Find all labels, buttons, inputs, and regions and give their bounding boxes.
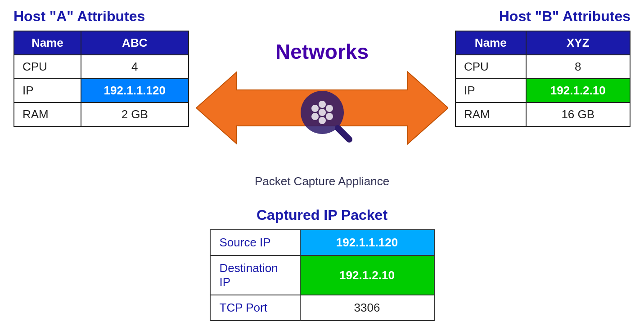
host-a-ip-value: 192.1.1.120 — [81, 79, 189, 103]
host-a-ram-label: RAM — [14, 103, 81, 126]
host-a-title: Host "A" Attributes — [14, 8, 145, 25]
host-b-ip-label: IP — [455, 79, 526, 103]
source-ip-value: 192.1.1.120 — [300, 230, 434, 255]
svg-point-2 — [319, 101, 326, 108]
table-row: RAM 2 GB — [14, 103, 189, 126]
destination-ip-label: Destination IP — [210, 255, 300, 295]
table-row: RAM 16 GB — [455, 103, 630, 126]
table-row: IP 192.1.1.120 — [14, 79, 189, 103]
host-b-header-name: Name — [455, 31, 526, 55]
host-a-header-name: Name — [14, 31, 81, 55]
table-row: CPU 4 — [14, 55, 189, 79]
table-row: IP 192.1.2.10 — [455, 79, 630, 103]
host-b-ram-value: 16 GB — [526, 103, 630, 126]
networks-label: Networks — [275, 40, 369, 64]
svg-point-3 — [311, 105, 319, 112]
table-row: Name XYZ — [455, 31, 630, 55]
host-a-cpu-value: 4 — [81, 55, 189, 79]
table-row: Name ABC — [14, 31, 189, 55]
tcp-port-value: 3306 — [300, 295, 434, 321]
svg-point-8 — [319, 117, 326, 124]
svg-point-7 — [326, 113, 333, 120]
table-row: TCP Port 3306 — [210, 295, 434, 321]
host-a-ram-value: 2 GB — [81, 103, 189, 126]
host-b-cpu-label: CPU — [455, 55, 526, 79]
host-b-header-value: XYZ — [526, 31, 630, 55]
host-b-ram-label: RAM — [455, 103, 526, 126]
captured-packet-title: Captured IP Packet — [257, 207, 387, 223]
host-a-cpu-label: CPU — [14, 55, 81, 79]
source-ip-label: Source IP — [210, 230, 300, 255]
host-a-table: Name ABC CPU 4 IP 192.1.1.120 RAM 2 GB — [14, 31, 189, 127]
destination-ip-value: 192.1.2.10 — [300, 255, 434, 295]
captured-packet-table: Source IP 192.1.1.120 Destination IP 192… — [210, 229, 435, 321]
host-b-table: Name XYZ CPU 8 IP 192.1.2.10 RAM 16 GB — [455, 31, 630, 127]
svg-point-5 — [319, 109, 326, 116]
table-row: Destination IP 192.1.2.10 — [210, 255, 434, 295]
host-a-header-value: ABC — [81, 31, 189, 55]
svg-point-6 — [311, 113, 319, 120]
tcp-port-label: TCP Port — [210, 295, 300, 321]
table-row: CPU 8 — [455, 55, 630, 79]
host-b-ip-value: 192.1.2.10 — [526, 79, 630, 103]
host-b-title: Host "B" Attributes — [499, 8, 630, 25]
host-b-cpu-value: 8 — [526, 55, 630, 79]
host-a-ip-label: IP — [14, 79, 81, 103]
table-row: Source IP 192.1.1.120 — [210, 230, 434, 255]
svg-point-4 — [326, 105, 333, 112]
svg-line-9 — [338, 128, 349, 139]
